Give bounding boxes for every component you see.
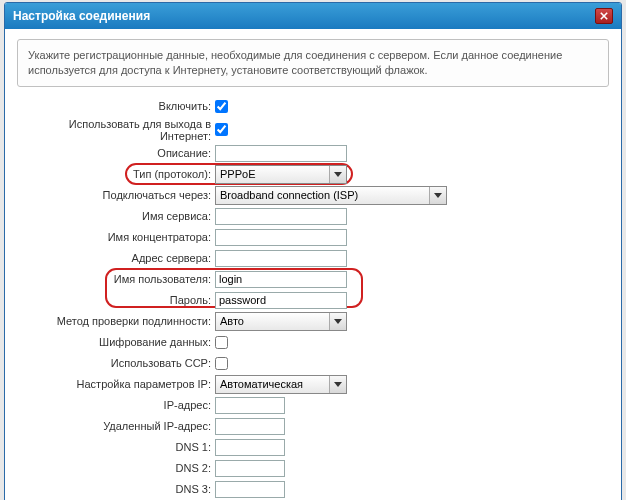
label-concentrator: Имя концентратора: [17, 231, 215, 243]
internet-checkbox[interactable] [215, 123, 228, 136]
ccp-checkbox[interactable] [215, 357, 228, 370]
label-encryption: Шифрование данных: [17, 336, 215, 348]
titlebar: Настройка соединения [5, 3, 621, 29]
ip-config-select[interactable]: Автоматическая [215, 375, 347, 394]
label-remote-ip: Удаленный IP-адрес: [17, 420, 215, 432]
concentrator-input[interactable] [215, 229, 347, 246]
label-dns1: DNS 1: [17, 441, 215, 453]
ip-address-input[interactable] [215, 397, 285, 414]
chevron-down-icon [329, 313, 346, 330]
dns2-input[interactable] [215, 460, 285, 477]
enable-checkbox[interactable] [215, 100, 228, 113]
connection-dialog: Настройка соединения Укажите регистрацио… [4, 2, 622, 500]
ip-config-value: Автоматическая [216, 378, 329, 390]
protocol-value: PPPoE [216, 168, 329, 180]
password-input[interactable] [215, 292, 347, 309]
dialog-content: Укажите регистрационные данные, необходи… [5, 29, 621, 500]
protocol-select[interactable]: PPPoE [215, 165, 347, 184]
label-ccp: Использовать CCP: [17, 357, 215, 369]
label-username: Имя пользователя: [17, 273, 215, 285]
label-ip-config: Настройка параметров IP: [17, 378, 215, 390]
server-address-input[interactable] [215, 250, 347, 267]
remote-ip-input[interactable] [215, 418, 285, 435]
connect-via-select[interactable]: Broadband connection (ISP) [215, 186, 447, 205]
label-enable: Включить: [17, 100, 215, 112]
service-name-input[interactable] [215, 208, 347, 225]
label-dns3: DNS 3: [17, 483, 215, 495]
connect-via-value: Broadband connection (ISP) [216, 189, 429, 201]
description-input[interactable] [215, 145, 347, 162]
label-ip-address: IP-адрес: [17, 399, 215, 411]
auth-method-value: Авто [216, 315, 329, 327]
dns3-input[interactable] [215, 481, 285, 498]
label-protocol: Тип (протокол): [17, 168, 215, 180]
label-service-name: Имя сервиса: [17, 210, 215, 222]
label-description: Описание: [17, 147, 215, 159]
hint-text: Укажите регистрационные данные, необходи… [17, 39, 609, 87]
close-button[interactable] [595, 8, 613, 24]
close-icon [600, 12, 608, 20]
chevron-down-icon [329, 166, 346, 183]
label-server-address: Адрес сервера: [17, 252, 215, 264]
label-auth-method: Метод проверки подлинности: [17, 315, 215, 327]
auth-method-select[interactable]: Авто [215, 312, 347, 331]
dialog-title: Настройка соединения [13, 9, 150, 23]
label-password: Пароль: [17, 294, 215, 306]
chevron-down-icon [429, 187, 446, 204]
chevron-down-icon [329, 376, 346, 393]
username-input[interactable] [215, 271, 347, 288]
label-connect-via: Подключаться через: [17, 189, 215, 201]
label-dns2: DNS 2: [17, 462, 215, 474]
label-internet: Использовать для выхода в Интернет: [17, 118, 215, 142]
dns1-input[interactable] [215, 439, 285, 456]
encryption-checkbox[interactable] [215, 336, 228, 349]
